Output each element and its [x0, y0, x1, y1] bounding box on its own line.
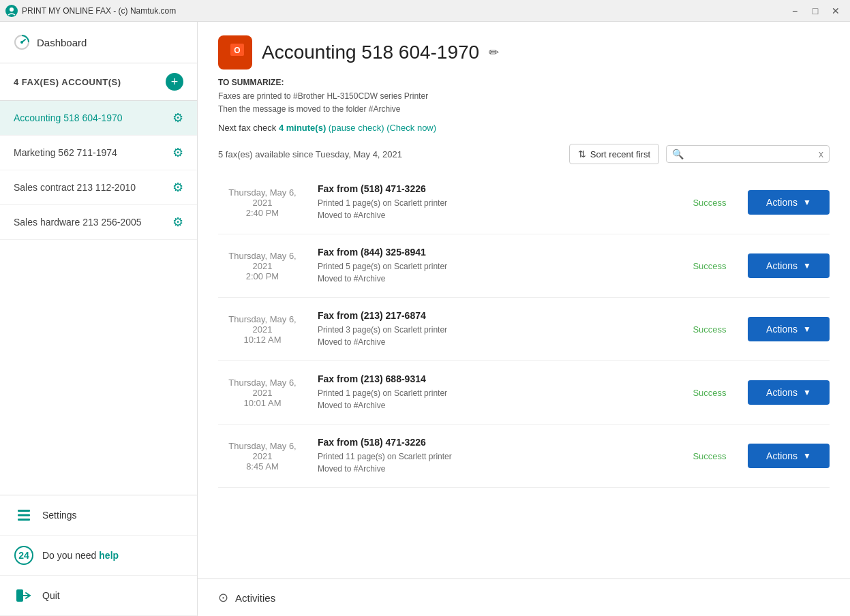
- fax-from-3: Fax from (213) 688-9314: [318, 373, 671, 384]
- fax-status-2: Success: [682, 323, 737, 335]
- close-button[interactable]: ✕: [827, 3, 845, 18]
- check-now-link[interactable]: (Check now): [386, 123, 436, 133]
- actions-button-0[interactable]: Actions ▼: [748, 190, 830, 215]
- sidebar-item-dashboard[interactable]: Dashboard: [0, 22, 197, 63]
- sort-button[interactable]: ⇅ Sort recent first: [569, 144, 659, 164]
- fax-info-1: Fax from (844) 325-8941 Printed 5 page(s…: [318, 247, 671, 285]
- sidebar-item-help[interactable]: 24 Do you need help: [0, 536, 197, 576]
- activities-label: Activities: [235, 592, 275, 604]
- dashboard-label: Dashboard: [37, 37, 87, 48]
- titlebar-controls: − □ ✕: [786, 3, 845, 18]
- add-account-button[interactable]: +: [166, 73, 183, 91]
- actions-button-2[interactable]: Actions ▼: [748, 317, 830, 341]
- actions-label-3: Actions: [766, 387, 798, 398]
- app-icon: [5, 5, 18, 17]
- fax-row-1: Thursday, May 6, 20212:00 PM Fax from (8…: [218, 234, 830, 298]
- accounts-header: 4 FAX(ES) ACCOUNT(S) +: [0, 63, 197, 101]
- help-label: Do you need help: [42, 550, 119, 561]
- status-badge-2: Success: [693, 324, 726, 335]
- activities-footer[interactable]: ⊙ Activities: [198, 579, 850, 616]
- pause-check-link[interactable]: (pause check): [329, 123, 384, 133]
- fax-toolbar: 5 fax(es) available since Tuesday, May 4…: [218, 144, 830, 164]
- status-badge-1: Success: [693, 261, 726, 271]
- dashboard-icon: [14, 34, 30, 50]
- actions-label-4: Actions: [766, 450, 798, 461]
- titlebar: PRINT MY ONLINE FAX - (c) Namtuk.com − □…: [0, 0, 850, 22]
- page-title: Accounting 518 604-1970: [262, 42, 479, 63]
- account-name-2: Sales contract 213 112-2010: [14, 182, 136, 193]
- fax-from-4: Fax from (518) 471-3226: [318, 437, 671, 448]
- sidebar-item-settings[interactable]: Settings: [0, 495, 197, 536]
- fax-info-4: Fax from (518) 471-3226 Printed 11 page(…: [318, 437, 671, 475]
- summary-text: Faxes are printed to #Brother HL-3150CDW…: [218, 90, 830, 116]
- summary-line-1: Faxes are printed to #Brother HL-3150CDW…: [218, 90, 830, 103]
- maximize-button[interactable]: □: [806, 3, 824, 18]
- actions-chevron-1: ▼: [803, 261, 811, 271]
- fax-rows-container: Thursday, May 6, 20212:40 PM Fax from (5…: [218, 171, 830, 488]
- fax-info-0: Fax from (518) 471-3226 Printed 1 page(s…: [318, 183, 671, 221]
- actions-button-4[interactable]: Actions ▼: [748, 444, 830, 468]
- quit-label: Quit: [42, 590, 60, 601]
- fax-area: 5 fax(es) available since Tuesday, May 4…: [198, 144, 850, 579]
- fax-from-2: Fax from (213) 217-6874: [318, 310, 671, 321]
- activities-toggle-icon: ⊙: [218, 590, 228, 605]
- minimize-button[interactable]: −: [786, 3, 804, 18]
- account-name-1: Marketing 562 711-1974: [14, 147, 117, 158]
- titlebar-title: PRINT MY ONLINE FAX - (c) Namtuk.com: [22, 6, 176, 16]
- actions-button-1[interactable]: Actions ▼: [748, 253, 830, 278]
- account-name-3: Sales hardware 213 256-2005: [14, 217, 142, 228]
- sort-label: Sort recent first: [590, 149, 650, 159]
- status-badge-4: Success: [693, 451, 726, 461]
- sidebar-accounts-list: Accounting 518 604-1970 ⚙ Marketing 562 …: [0, 101, 197, 495]
- fax-details-4: Printed 11 page(s) on Scarlett printerMo…: [318, 450, 671, 475]
- fax-row-2: Thursday, May 6, 202110:12 AM Fax from (…: [218, 298, 830, 361]
- sidebar-account-item-2[interactable]: Sales contract 213 112-2010 ⚙: [0, 170, 197, 205]
- search-clear-icon[interactable]: x: [819, 149, 823, 159]
- fax-status-4: Success: [682, 450, 737, 462]
- actions-chevron-3: ▼: [803, 388, 811, 397]
- search-input[interactable]: [688, 149, 819, 159]
- fax-status-0: Success: [682, 196, 737, 209]
- sidebar-account-item-0[interactable]: Accounting 518 604-1970 ⚙: [0, 101, 197, 136]
- gear-icon-0[interactable]: ⚙: [172, 110, 183, 125]
- help-icon: 24: [14, 545, 34, 566]
- gear-icon-2[interactable]: ⚙: [172, 180, 183, 195]
- sidebar-account-item-1[interactable]: Marketing 562 711-1974 ⚙: [0, 136, 197, 170]
- fax-date-1: Thursday, May 6, 20212:00 PM: [218, 251, 307, 281]
- actions-label-2: Actions: [766, 324, 798, 335]
- sidebar: Dashboard 4 FAX(ES) ACCOUNT(S) + Account…: [0, 22, 198, 616]
- status-badge-3: Success: [693, 388, 726, 398]
- actions-label-0: Actions: [766, 197, 798, 208]
- svg-rect-5: [18, 519, 30, 521]
- fax-details-1: Printed 5 page(s) on Scarlett printerMov…: [318, 260, 671, 285]
- fax-date-2: Thursday, May 6, 202110:12 AM: [218, 314, 307, 345]
- actions-button-3[interactable]: Actions ▼: [748, 380, 830, 405]
- settings-label: Settings: [42, 510, 77, 521]
- search-box: 🔍 x: [666, 145, 830, 163]
- titlebar-left: PRINT MY ONLINE FAX - (c) Namtuk.com: [5, 5, 176, 17]
- fax-details-2: Printed 3 page(s) on Scarlett printerMov…: [318, 324, 671, 348]
- fax-status-3: Success: [682, 386, 737, 399]
- gear-icon-3[interactable]: ⚙: [172, 215, 183, 230]
- fax-from-0: Fax from (518) 471-3226: [318, 183, 671, 194]
- settings-icon: [14, 505, 34, 525]
- actions-chevron-0: ▼: [803, 198, 811, 207]
- sort-icon: ⇅: [578, 149, 586, 159]
- svg-point-0: [10, 7, 14, 12]
- edit-icon[interactable]: ✏: [489, 45, 499, 60]
- search-icon: 🔍: [672, 149, 684, 159]
- sidebar-bottom: Settings 24 Do you need help: [0, 495, 197, 616]
- fax-status-1: Success: [682, 260, 737, 272]
- fax-details-0: Printed 1 page(s) on Scarlett printerMov…: [318, 197, 671, 221]
- fax-row-4: Thursday, May 6, 20218:45 AM Fax from (5…: [218, 425, 830, 488]
- sidebar-account-item-3[interactable]: Sales hardware 213 256-2005 ⚙: [0, 205, 197, 240]
- summary-box: TO SUMMARIZE: Faxes are printed to #Brot…: [218, 78, 830, 116]
- actions-chevron-4: ▼: [803, 451, 811, 461]
- account-name-0: Accounting 518 604-1970: [14, 112, 123, 123]
- svg-point-2: [20, 41, 23, 44]
- sidebar-item-quit[interactable]: Quit: [0, 576, 197, 616]
- gear-icon-1[interactable]: ⚙: [172, 145, 183, 160]
- quit-icon: [14, 585, 34, 606]
- next-check-prefix: Next fax check: [218, 123, 279, 133]
- fax-info-3: Fax from (213) 688-9314 Printed 1 page(s…: [318, 373, 671, 412]
